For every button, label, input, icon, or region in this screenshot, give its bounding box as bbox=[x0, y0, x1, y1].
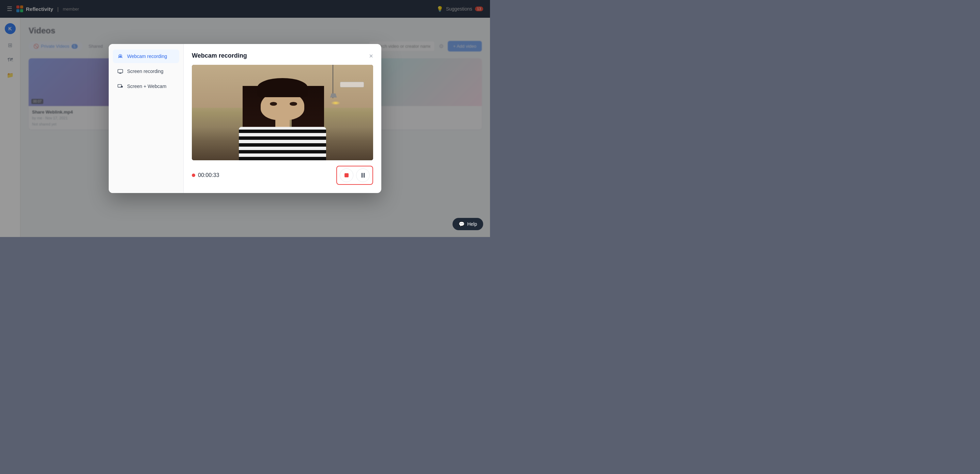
pause-icon bbox=[361, 173, 364, 178]
recording-dot bbox=[192, 174, 195, 177]
help-button[interactable]: 💬 Help bbox=[452, 218, 483, 230]
webcam-preview bbox=[192, 65, 373, 160]
recording-timer: 00:00:33 bbox=[192, 172, 219, 178]
close-button[interactable]: × bbox=[369, 53, 373, 59]
screen-webcam-icon bbox=[117, 83, 124, 90]
menu-item-screen[interactable]: Screen recording bbox=[113, 64, 179, 78]
svg-rect-4 bbox=[121, 86, 123, 88]
recording-modal: Webcam recording Screen recording bbox=[109, 44, 381, 193]
svg-rect-2 bbox=[118, 70, 123, 73]
svg-point-1 bbox=[119, 55, 121, 57]
screen-icon bbox=[117, 68, 124, 75]
modal-footer: 00:00:33 bbox=[192, 166, 373, 185]
recording-controls bbox=[336, 166, 373, 185]
help-label: Help bbox=[467, 221, 477, 227]
modal-left-panel: Webcam recording Screen recording bbox=[109, 44, 184, 193]
menu-item-webcam[interactable]: Webcam recording bbox=[113, 49, 179, 63]
chat-icon: 💬 bbox=[459, 221, 465, 227]
webcam-icon bbox=[117, 53, 124, 60]
pause-button[interactable] bbox=[356, 168, 370, 182]
menu-item-screen-webcam[interactable]: Screen + Webcam bbox=[113, 80, 179, 93]
menu-label-webcam: Webcam recording bbox=[127, 54, 167, 59]
menu-label-screen-webcam: Screen + Webcam bbox=[127, 83, 166, 89]
modal-header: Webcam recording × bbox=[192, 52, 373, 59]
stop-button[interactable] bbox=[340, 168, 353, 182]
modal-title: Webcam recording bbox=[192, 52, 247, 59]
modal-right-panel: Webcam recording × bbox=[184, 44, 381, 193]
timer-display: 00:00:33 bbox=[198, 172, 219, 178]
stop-icon bbox=[345, 173, 348, 177]
modal-overlay: Webcam recording Screen recording bbox=[0, 0, 490, 237]
menu-label-screen: Screen recording bbox=[127, 69, 164, 74]
